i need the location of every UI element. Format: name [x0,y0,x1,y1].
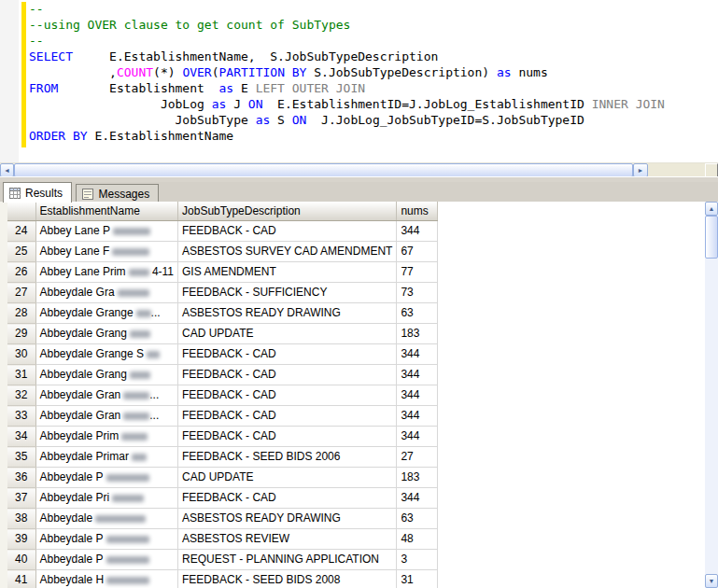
hscrollbar-thumb[interactable] [14,163,633,177]
row-filler [438,262,718,283]
grid-header-row: EstablishmentName JobSubTypeDescription … [7,202,718,221]
cell-nums[interactable]: 27 [397,447,438,468]
cell-nums[interactable]: 344 [397,406,438,427]
grid-corner-header[interactable] [7,202,35,221]
cell-nums[interactable]: 344 [397,344,438,365]
row-number[interactable]: 35 [7,447,35,468]
cell-nums[interactable]: 67 [397,242,438,262]
row-number[interactable]: 33 [7,406,35,427]
cell-jobsubtypedescription[interactable]: CAD UPDATE [178,468,397,488]
cell-jobsubtypedescription[interactable]: CAD UPDATE [178,324,397,344]
cell-establishment-name[interactable]: Abbeydale Grange... [35,303,178,324]
row-number[interactable]: 39 [7,529,35,550]
cell-establishment-name[interactable]: Abbeydale Prim [35,427,178,447]
row-number[interactable]: 41 [7,570,35,588]
tab-results-label: Results [25,187,63,200]
row-number[interactable]: 30 [7,344,35,365]
cell-establishment-name[interactable]: Abbey Lane Prim 4-11 [35,262,178,283]
cell-establishment-name[interactable]: Abbeydale Grange S [35,344,178,365]
row-number[interactable]: 38 [7,509,35,529]
cell-jobsubtypedescription[interactable]: FEEDBACK - CAD [178,365,397,385]
row-number[interactable]: 29 [7,324,35,344]
cell-nums[interactable]: 73 [397,283,438,303]
row-number[interactable]: 31 [7,365,35,385]
cell-nums[interactable]: 63 [397,509,438,529]
cell-jobsubtypedescription[interactable]: ASBESTOS REVIEW [178,529,397,550]
cell-jobsubtypedescription[interactable]: FEEDBACK - SUFFICIENCY [178,283,397,303]
column-header-nums[interactable]: nums [397,202,438,221]
cell-establishment-name[interactable]: Abbeydale Gra [35,283,178,303]
row-number[interactable]: 26 [7,262,35,283]
row-number[interactable]: 37 [7,488,35,509]
row-number[interactable]: 25 [7,242,35,262]
cell-establishment-name[interactable]: Abbeydale Gran... [35,406,178,427]
redacted-text [106,577,149,584]
cell-jobsubtypedescription[interactable]: FEEDBACK - CAD [178,406,397,427]
cell-establishment-name[interactable]: Abbeydale P [35,529,178,550]
code-line: ORDER BY E.EstablishmentName [29,128,665,144]
cell-nums[interactable]: 183 [397,324,438,344]
cell-establishment-name[interactable]: Abbeydale Grang [35,365,178,385]
scroll-up-button[interactable]: ▲ [705,202,718,216]
column-header-establishmentname[interactable]: EstablishmentName [35,202,178,221]
cell-jobsubtypedescription[interactable]: REQUEST - PLANNING APPLICATION [178,550,397,570]
cell-jobsubtypedescription[interactable]: ASBESTOS READY DRAWING [178,303,397,324]
editor-hscrollbar[interactable]: ◄ ► [0,162,718,176]
cell-nums[interactable]: 183 [397,468,438,488]
cell-nums[interactable]: 344 [397,488,438,509]
cell-establishment-name[interactable]: Abbeydale P [35,550,178,570]
cell-establishment-name[interactable]: Abbeydale Pri [35,488,178,509]
cell-nums[interactable]: 344 [397,365,438,385]
cell-jobsubtypedescription[interactable]: FEEDBACK - CAD [178,385,397,406]
cell-nums[interactable]: 77 [397,262,438,283]
cell-nums[interactable]: 48 [397,529,438,550]
row-number[interactable]: 28 [7,303,35,324]
code-lines[interactable]: ----using OVER clause to get count of Su… [29,1,665,144]
cell-jobsubtypedescription[interactable]: FEEDBACK - CAD [178,344,397,365]
cell-establishment-name[interactable]: Abbeydale Primar [35,447,178,468]
vscrollbar-thumb[interactable] [705,216,718,259]
row-filler [438,550,718,570]
scroll-right-button[interactable]: ► [633,163,648,177]
splitter-grip-box[interactable] [705,163,718,177]
tab-results[interactable]: Results [3,182,72,203]
cell-jobsubtypedescription[interactable]: ASBESTOS READY DRAWING [178,509,397,529]
results-grid: EstablishmentName JobSubTypeDescription … [7,202,718,588]
cell-establishment-name[interactable]: Abbeydale P [35,468,178,488]
sql-editor[interactable]: ----using OVER clause to get count of Su… [0,0,718,162]
cell-jobsubtypedescription[interactable]: FEEDBACK - CAD [178,488,397,509]
cell-jobsubtypedescription[interactable]: FEEDBACK - SEED BIDS 2006 [178,447,397,468]
cell-nums[interactable]: 3 [397,550,438,570]
cell-establishment-name[interactable]: Abbey Lane P [35,221,178,242]
cell-nums[interactable]: 31 [397,570,438,588]
cell-jobsubtypedescription[interactable]: FEEDBACK - SEED BIDS 2008 [178,570,397,588]
cell-jobsubtypedescription[interactable]: ASBESTOS SURVEY CAD AMENDMENT [178,242,397,262]
row-filler [438,447,718,468]
cell-establishment-name[interactable]: Abbeydale H [35,570,178,588]
tab-messages[interactable]: Messages [76,184,159,203]
code-line: JobLog as J ON E.EstablishmentID=J.JobLo… [29,96,665,112]
row-number[interactable]: 27 [7,283,35,303]
cell-establishment-name[interactable]: Abbeydale Grang [35,324,178,344]
results-left-margin [0,202,7,588]
cell-nums[interactable]: 63 [397,303,438,324]
chevron-up-icon: ▲ [709,205,715,212]
cell-nums[interactable]: 344 [397,221,438,242]
cell-nums[interactable]: 344 [397,385,438,406]
row-number[interactable]: 24 [7,221,35,242]
results-vscrollbar[interactable]: ▲ ▼ [705,202,718,588]
scroll-down-button[interactable]: ▼ [705,574,718,588]
row-number[interactable]: 34 [7,427,35,447]
cell-jobsubtypedescription[interactable]: FEEDBACK - CAD [178,221,397,242]
scroll-left-button[interactable]: ◄ [0,163,14,177]
cell-establishment-name[interactable]: Abbeydale [35,509,178,529]
row-number[interactable]: 36 [7,468,35,488]
row-number[interactable]: 40 [7,550,35,570]
cell-jobsubtypedescription[interactable]: FEEDBACK - CAD [178,427,397,447]
row-number[interactable]: 32 [7,385,35,406]
column-header-jobsubtypedescription[interactable]: JobSubTypeDescription [178,202,397,221]
cell-jobsubtypedescription[interactable]: GIS AMENDMENT [178,262,397,283]
cell-establishment-name[interactable]: Abbeydale Gran... [35,385,178,406]
cell-nums[interactable]: 344 [397,427,438,447]
cell-establishment-name[interactable]: Abbey Lane F [35,242,178,262]
